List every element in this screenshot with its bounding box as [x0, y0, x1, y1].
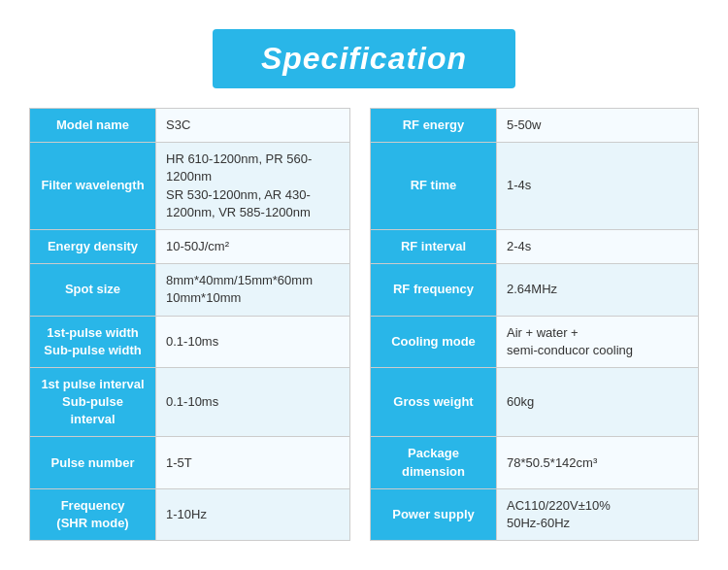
left-label-cell: Model name: [30, 109, 156, 143]
left-value-cell: 10-50J/cm²: [156, 229, 350, 263]
table-row: Filter wavelengthHR 610-1200nm, PR 560-1…: [30, 143, 699, 230]
right-value-cell: 78*50.5*142cm³: [497, 437, 699, 488]
table-row: Energy density10-50J/cm²RF interval2-4s: [30, 229, 699, 263]
left-label-cell: 1st-pulse width Sub-pulse width: [30, 316, 156, 367]
table-row: Pulse number1-5TPackage dimension78*50.5…: [30, 437, 699, 488]
spec-table: Model nameS3CRF energy5-50wFilter wavele…: [29, 108, 699, 541]
left-value-cell: 0.1-10ms: [156, 367, 350, 437]
right-value-cell: 5-50w: [497, 109, 699, 143]
left-label-cell: Frequency (SHR mode): [30, 488, 156, 540]
right-value-cell: Air + water + semi-conducor cooling: [497, 316, 699, 367]
spacer-col: [350, 367, 371, 437]
right-label-cell: Cooling mode: [371, 316, 497, 367]
right-label-cell: Gross weight: [371, 367, 497, 437]
left-label-cell: Energy density: [30, 229, 156, 263]
spacer-col: [350, 316, 371, 367]
left-value-cell: 8mm*40mm/15mm*60mm 10mm*10mm: [156, 264, 350, 316]
right-value-cell: 60kg: [497, 367, 699, 437]
left-label-cell: Pulse number: [30, 437, 156, 488]
left-label-cell: Filter wavelength: [30, 143, 156, 230]
right-label-cell: RF interval: [371, 229, 497, 263]
right-value-cell: 2-4s: [497, 229, 699, 263]
left-label-cell: Spot size: [30, 264, 156, 316]
right-value-cell: 1-4s: [497, 143, 699, 230]
spacer-col: [350, 229, 371, 263]
left-label-cell: 1st pulse interval Sub-pulse interval: [30, 367, 156, 437]
table-row: Spot size8mm*40mm/15mm*60mm 10mm*10mmRF …: [30, 264, 699, 316]
left-value-cell: S3C: [156, 109, 350, 143]
left-value-cell: 1-5T: [156, 437, 350, 488]
right-label-cell: Power supply: [371, 488, 497, 540]
left-value-cell: HR 610-1200nm, PR 560-1200nm SR 530-1200…: [156, 143, 350, 230]
spacer-col: [350, 488, 371, 540]
right-value-cell: 2.64MHz: [497, 264, 699, 316]
table-row: 1st pulse interval Sub-pulse interval0.1…: [30, 367, 699, 437]
page-title: Specification: [213, 29, 515, 88]
right-label-cell: Package dimension: [371, 437, 497, 488]
spacer-col: [350, 264, 371, 316]
table-row: 1st-pulse width Sub-pulse width0.1-10msC…: [30, 316, 699, 367]
left-value-cell: 0.1-10ms: [156, 316, 350, 367]
table-row: Model nameS3CRF energy5-50w: [30, 109, 699, 143]
title-container: Specification: [213, 29, 515, 88]
right-label-cell: RF frequency: [371, 264, 497, 316]
spacer-col: [350, 143, 371, 230]
table-row: Frequency (SHR mode)1-10HzPower supplyAC…: [30, 488, 699, 540]
right-value-cell: AC110/220V±10% 50Hz-60Hz: [497, 488, 699, 540]
spacer-col: [350, 437, 371, 488]
spacer-col: [350, 109, 371, 143]
right-label-cell: RF time: [371, 143, 497, 230]
right-label-cell: RF energy: [371, 109, 497, 143]
left-value-cell: 1-10Hz: [156, 488, 350, 540]
